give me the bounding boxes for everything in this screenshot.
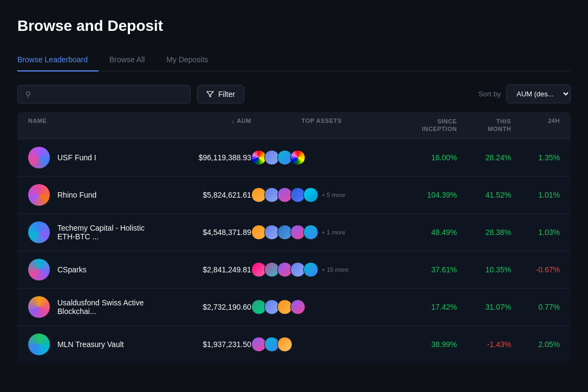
this-month-value: 41.52% — [457, 191, 511, 199]
asset-icon — [303, 262, 318, 277]
fund-name: USF Fund I — [57, 153, 96, 162]
avatar — [28, 221, 50, 243]
filter-button[interactable]: Filter — [197, 85, 244, 103]
fund-name: Rhino Fund — [57, 191, 96, 199]
assets-cell: + 5 more — [251, 187, 392, 202]
aum-value: $96,119,388.93 — [154, 153, 251, 162]
fund-name: CSparks — [57, 265, 87, 274]
assets-cell — [251, 299, 392, 315]
table-header: NAME ↓ AUM TOP ASSETS SINCEINCEPTION THI… — [17, 112, 571, 139]
funds-table: NAME ↓ AUM TOP ASSETS SINCEINCEPTION THI… — [17, 112, 571, 363]
avatar — [28, 296, 50, 318]
fund-name-cell: Usaldusfond Swiss Active Blockchai... — [28, 296, 154, 318]
fund-name: Usaldusfond Swiss Active Blockchai... — [57, 298, 154, 316]
th-aum-arrow: ↓ — [231, 117, 234, 124]
th-name: NAME — [28, 117, 154, 133]
avatar — [28, 259, 50, 280]
tab-browse-leaderboard[interactable]: Browse Leaderboard — [17, 50, 99, 71]
more-badge: + 15 more — [322, 266, 349, 273]
table-row[interactable]: Techemy Capital - Holistic ETH-BTC ... $… — [17, 214, 571, 251]
table-row[interactable]: MLN Treasury Vault $1,937,231.50 38.99% … — [17, 326, 571, 363]
asset-icon — [303, 187, 318, 202]
since-inception-value: 38.99% — [392, 340, 457, 349]
this-month-value: 31.07% — [457, 303, 511, 311]
assets-cell — [251, 150, 392, 165]
assets-cell: + 15 more — [251, 262, 392, 277]
search-wrapper: ⚲ — [17, 85, 191, 103]
this-month-value: -1.43% — [457, 340, 511, 349]
since-inception-value: 104.39% — [392, 191, 457, 199]
aum-value: $2,841,249.81 — [154, 265, 251, 274]
th-this-month: THISMONTH — [457, 117, 511, 133]
search-input[interactable] — [35, 90, 182, 99]
24h-value: 1.03% — [511, 228, 560, 237]
fund-name-cell: Rhino Fund — [28, 184, 154, 206]
avatar — [28, 184, 50, 206]
assets-cell — [251, 337, 392, 352]
24h-value: 1.35% — [511, 153, 560, 162]
page-title: Browse and Deposit — [17, 17, 571, 35]
controls-left: ⚲ Filter — [17, 85, 244, 103]
this-month-value: 28.38% — [457, 228, 511, 237]
assets-cell: + 1 more — [251, 225, 392, 240]
sort-label: Sort by — [479, 90, 501, 98]
tab-browse-all[interactable]: Browse All — [109, 50, 155, 71]
table-row[interactable]: Usaldusfond Swiss Active Blockchai... $2… — [17, 289, 571, 326]
avatar — [28, 334, 50, 355]
24h-value: 2.05% — [511, 340, 560, 349]
since-inception-value: 37.61% — [392, 265, 457, 274]
24h-value: 1.01% — [511, 191, 560, 199]
avatar — [28, 147, 50, 168]
controls-row: ⚲ Filter Sort by AUM (des... — [17, 84, 571, 103]
search-icon: ⚲ — [25, 90, 31, 99]
th-top-assets: TOP ASSETS — [251, 117, 392, 133]
th-since-inception: SINCEINCEPTION — [392, 117, 457, 133]
fund-name: Techemy Capital - Holistic ETH-BTC ... — [57, 224, 154, 241]
sort-select[interactable]: AUM (des... — [506, 84, 571, 103]
this-month-value: 28.24% — [457, 153, 511, 162]
24h-value: 0.77% — [511, 303, 560, 311]
more-badge: + 5 more — [322, 192, 345, 198]
table-row[interactable]: CSparks $2,841,249.81 + 15 more 37.61% 1… — [17, 251, 571, 289]
since-inception-value: 16.00% — [392, 153, 457, 162]
filter-label: Filter — [218, 90, 235, 99]
tab-bar: Browse Leaderboard Browse All My Deposit… — [17, 50, 571, 71]
fund-name-cell: Techemy Capital - Holistic ETH-BTC ... — [28, 221, 154, 243]
asset-icon — [290, 299, 305, 315]
controls-right: Sort by AUM (des... — [479, 84, 571, 103]
aum-value: $1,937,231.50 — [154, 340, 251, 349]
table-row[interactable]: USF Fund I $96,119,388.93 16.00% 28.24% … — [17, 139, 571, 177]
fund-name-cell: MLN Treasury Vault — [28, 334, 154, 355]
th-24h: 24H — [511, 117, 560, 133]
aum-value: $4,548,371.89 — [154, 228, 251, 237]
asset-icon — [277, 337, 292, 352]
24h-value: -0.67% — [511, 265, 560, 274]
tab-my-deposits[interactable]: My Deposits — [166, 50, 219, 71]
fund-name-cell: USF Fund I — [28, 147, 154, 168]
since-inception-value: 48.49% — [392, 228, 457, 237]
more-badge: + 1 more — [322, 229, 345, 236]
fund-name: MLN Treasury Vault — [57, 340, 124, 349]
table-row[interactable]: Rhino Fund $5,824,621.61 + 5 more 104.39… — [17, 177, 571, 214]
aum-value: $2,732,190.60 — [154, 303, 251, 311]
this-month-value: 10.35% — [457, 265, 511, 274]
aum-value: $5,824,621.61 — [154, 191, 251, 199]
asset-icon — [290, 150, 305, 165]
filter-icon — [206, 90, 214, 98]
fund-name-cell: CSparks — [28, 259, 154, 280]
asset-icon — [303, 225, 318, 240]
since-inception-value: 17.42% — [392, 303, 457, 311]
th-aum: ↓ AUM — [154, 117, 251, 133]
